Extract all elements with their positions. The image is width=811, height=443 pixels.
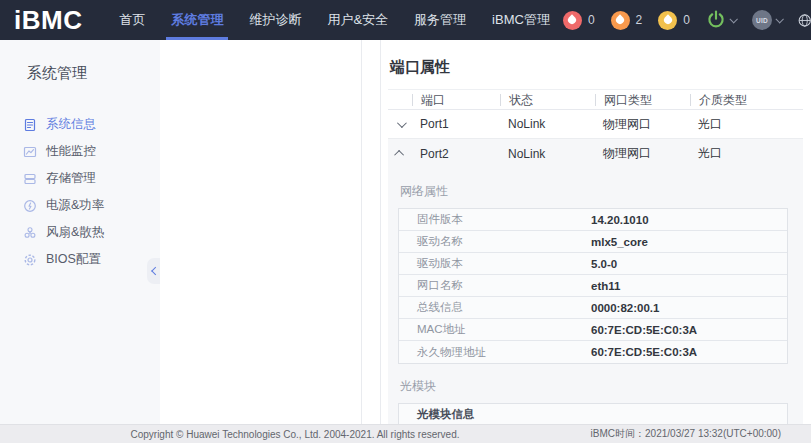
alarm-critical[interactable]: 0 [563, 11, 595, 30]
row-value: 5.0-0 [591, 258, 617, 270]
sidebar-item-label: 性能监控 [46, 143, 96, 160]
content-left-panel [160, 40, 362, 424]
port-table: 端口 状态 网口类型 介质类型 Port1 NoLink 物理网口 光口 Por… [388, 89, 803, 168]
sidebar-item-power-wattage[interactable]: 电源&功率 [0, 192, 160, 219]
nav-item-user-security[interactable]: 用户&安全 [314, 0, 401, 40]
expand-chevron-down-icon[interactable] [396, 118, 406, 128]
chart-icon [23, 145, 37, 159]
chevron-down-icon [729, 15, 737, 23]
table-row: MAC地址 60:7E:CD:5E:C0:3A [399, 319, 787, 341]
panel-divider [362, 40, 381, 424]
port-name: Port2 [412, 147, 500, 161]
nav-item-ibmc-management[interactable]: iBMC管理 [479, 0, 563, 40]
navbar-status-cluster: 0 2 0 UID [563, 3, 811, 37]
table-row: 永久物理地址 60:7E:CD:5E:C0:3A [399, 341, 787, 363]
table-row: 网口名称 eth11 [399, 275, 787, 297]
sidebar-menu: 系统信息 性能监控 存储管理 [0, 111, 160, 273]
column-header-media-type: 介质类型 [690, 94, 803, 106]
row-label: 网口名称 [399, 278, 591, 293]
critical-alarm-count: 0 [588, 13, 595, 27]
minor-alarm-icon [658, 11, 677, 30]
nav-item-system-management[interactable]: 系统管理 [158, 0, 236, 40]
port-name: Port1 [412, 117, 500, 131]
sidebar: 系统管理 系统信息 性能监控 存 [0, 40, 160, 424]
port-properties-panel: 端口属性 端口 状态 网口类型 介质类型 Port1 NoLink 物理网口 光… [382, 40, 811, 424]
sidebar-item-fan-cooling[interactable]: 风扇&散热 [0, 219, 160, 246]
table-row-port2[interactable]: Port2 NoLink 物理网口 光口 [388, 139, 803, 168]
chevron-down-icon [775, 15, 783, 23]
sidebar-item-bios-config[interactable]: BIOS配置 [0, 246, 160, 273]
table-row-port1[interactable]: Port1 NoLink 物理网口 光口 [388, 110, 803, 139]
port-media: 光口 [690, 145, 803, 162]
uid-icon: UID [752, 10, 772, 30]
sidebar-item-storage-management[interactable]: 存储管理 [0, 165, 160, 192]
nav-item-service-management[interactable]: 服务管理 [401, 0, 479, 40]
globe-icon [798, 12, 811, 29]
table-row: 驱动名称 mlx5_core [399, 231, 787, 253]
row-label: 驱动版本 [399, 256, 591, 271]
language-selector[interactable]: 中文 [798, 3, 811, 37]
alarm-major[interactable]: 2 [611, 11, 643, 30]
page-title: 端口属性 [390, 58, 803, 77]
fan-icon [23, 226, 37, 240]
table-row: 固件版本 14.20.1010 [399, 209, 787, 231]
row-label: 固件版本 [399, 212, 591, 227]
document-icon [23, 118, 37, 132]
uid-indicator-dropdown[interactable]: UID [752, 10, 782, 30]
ibmc-page: iBMC 首页 系统管理 维护诊断 用户&安全 服务管理 iBMC管理 0 2 … [0, 0, 811, 443]
port-status: NoLink [500, 147, 595, 161]
sidebar-title: 系统管理 [0, 40, 160, 83]
sidebar-item-label: 存储管理 [46, 170, 96, 187]
port-media: 光口 [690, 116, 803, 133]
ibmc-time: iBMC时间：2021/03/27 13:32(UTC+00:00) [590, 427, 811, 441]
row-value: 0000:82:00.1 [591, 302, 659, 314]
port-type: 物理网口 [595, 145, 690, 162]
table-row: 总线信息 0000:82:00.1 [399, 297, 787, 319]
port-table-header: 端口 状态 网口类型 介质类型 [388, 89, 803, 110]
sidebar-collapse-button[interactable] [147, 258, 160, 284]
sidebar-item-label: BIOS配置 [46, 251, 101, 268]
sidebar-item-label: 系统信息 [46, 116, 96, 133]
nav-item-home[interactable]: 首页 [106, 0, 158, 40]
power-icon [23, 199, 37, 213]
top-navbar: iBMC 首页 系统管理 维护诊断 用户&安全 服务管理 iBMC管理 0 2 … [0, 0, 811, 40]
row-value: 60:7E:CD:5E:C0:3A [591, 346, 697, 358]
column-header-port: 端口 [412, 94, 500, 106]
row-label: 驱动名称 [399, 234, 591, 249]
sidebar-item-label: 电源&功率 [46, 197, 104, 214]
copyright-text: Copyright © Huawei Technologies Co., Ltd… [0, 429, 590, 440]
column-header-port-type: 网口类型 [595, 94, 690, 106]
row-label: 永久物理地址 [399, 345, 591, 360]
main-nav: 首页 系统管理 维护诊断 用户&安全 服务管理 iBMC管理 [106, 0, 562, 40]
major-alarm-count: 2 [636, 13, 643, 27]
storage-icon [23, 172, 37, 186]
row-value: 60:7E:CD:5E:C0:3A [591, 324, 697, 336]
nav-item-maintenance-diagnosis[interactable]: 维护诊断 [236, 0, 314, 40]
port2-details: 网络属性 固件版本 14.20.1010 驱动名称 mlx5_core 驱动版本… [388, 168, 803, 424]
power-icon [706, 10, 726, 30]
row-value: eth11 [591, 280, 620, 292]
ibmc-time-label: iBMC时间： [591, 428, 645, 439]
power-control-dropdown[interactable] [706, 10, 736, 30]
minor-alarm-count: 0 [683, 13, 690, 27]
major-alarm-icon [611, 11, 630, 30]
port-status: NoLink [500, 117, 595, 131]
table-row: 驱动版本 5.0-0 [399, 253, 787, 275]
column-header-status: 状态 [500, 94, 595, 106]
sidebar-item-performance-monitor[interactable]: 性能监控 [0, 138, 160, 165]
optical-module-table: 光模块信息 厂商 WTD 序列号 HN205200110043 [398, 403, 788, 424]
row-value: mlx5_core [591, 236, 648, 248]
ibmc-time-value: 2021/03/27 13:32(UTC+00:00) [645, 428, 781, 439]
chevron-left-icon [151, 267, 159, 275]
sidebar-item-label: 风扇&散热 [46, 224, 104, 241]
alarm-minor[interactable]: 0 [658, 11, 690, 30]
collapse-chevron-up-icon[interactable] [394, 150, 404, 160]
row-label: MAC地址 [399, 322, 591, 337]
ibmc-logo: iBMC [14, 0, 82, 40]
optical-module-section: 光模块 光模块信息 厂商 WTD 序列号 HN205200110043 [398, 378, 788, 424]
network-properties-title: 网络属性 [400, 183, 788, 200]
optical-module-info-subheader: 光模块信息 [399, 404, 787, 424]
row-label: 总线信息 [399, 300, 591, 315]
sidebar-item-system-info[interactable]: 系统信息 [0, 111, 160, 138]
footer: Copyright © Huawei Technologies Co., Ltd… [0, 424, 811, 443]
